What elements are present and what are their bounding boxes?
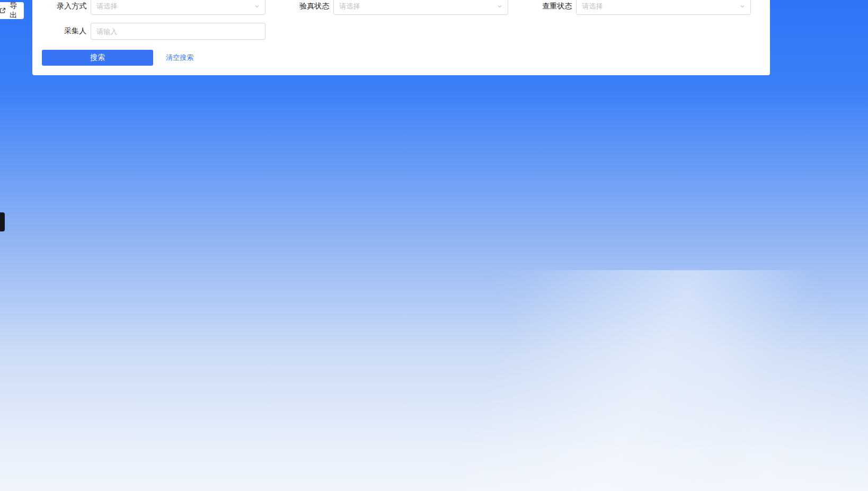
verify-status-select[interactable]: 请选择 (333, 0, 508, 15)
page: 收票明细表 导出 项目 请选择 发票类型 (2, 0, 751, 15)
search-panel: 项目 请选择 发票类型 请选择 发票来源 请选择 (32, 0, 770, 75)
search-button[interactable]: 搜索 (42, 50, 153, 66)
entry-method-select-placeholder: 请选择 (96, 2, 254, 11)
side-drawer-handle[interactable] (0, 212, 5, 231)
filter-entry-method: 录入方式 请选择 (42, 0, 270, 15)
dup-status-select[interactable]: 请选择 (576, 0, 751, 15)
filter-dup-status-label: 查重状态 (527, 2, 576, 11)
filter-entry-method-label: 录入方式 (42, 2, 91, 11)
collector-input[interactable] (91, 23, 265, 40)
filter-actions: 搜索 清空搜索 (32, 50, 770, 66)
filter-row-3: 录入方式 请选择 验真状态 请选择 查重状态 请选择 (32, 0, 770, 15)
topbar: 收票明细表 导出 (0, 0, 32, 23)
chevron-down-icon (497, 4, 502, 9)
verify-status-select-placeholder: 请选择 (339, 2, 497, 11)
filter-collector-label: 采集人 (42, 26, 91, 36)
chevron-down-icon (740, 4, 745, 9)
dup-status-select-placeholder: 请选择 (582, 2, 740, 11)
entry-method-select[interactable]: 请选择 (91, 0, 265, 15)
filter-dup-status: 查重状态 请选择 (527, 0, 755, 15)
clear-search-link[interactable]: 清空搜索 (166, 53, 193, 63)
filter-collector: 采集人 (42, 23, 270, 40)
export-button-label: 导出 (10, 1, 17, 20)
chevron-down-icon (254, 4, 260, 9)
export-button[interactable]: 导出 (0, 2, 24, 19)
filter-verify-status-label: 验真状态 (285, 2, 333, 11)
filter-verify-status: 验真状态 请选择 (285, 0, 512, 15)
export-icon (0, 7, 6, 14)
filter-row-4: 采集人 (32, 23, 770, 40)
